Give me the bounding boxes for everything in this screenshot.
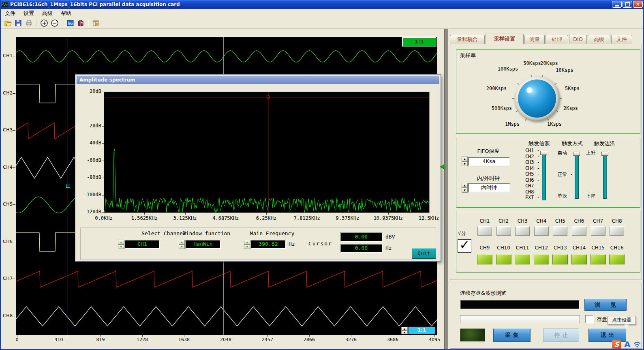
menu-item-2[interactable]: 高级 (38, 9, 57, 18)
tab-文件[interactable]: 文件 (611, 35, 632, 44)
quit-button[interactable]: Quit (412, 248, 436, 259)
close-button[interactable]: ✕ (633, 1, 643, 8)
ime-language-icon[interactable]: A (624, 339, 630, 349)
save-checkbox[interactable] (585, 315, 594, 324)
sample-rate-knob[interactable] (518, 79, 556, 118)
scope-trace-CH7 (16, 271, 437, 288)
fifo-depth-label: FIFO深度 (472, 148, 505, 155)
channel-label-CH1: CH1 (475, 218, 494, 224)
channel-button-CH7[interactable] (591, 226, 605, 236)
channel-button-CH8[interactable] (610, 226, 624, 236)
tab-测量[interactable]: 测量 (524, 35, 545, 44)
window-function-spinner[interactable]: ▲▼ (179, 240, 185, 249)
scope-zoom-value[interactable]: 1:1 (408, 327, 435, 334)
spin-down-icon[interactable]: ▼ (244, 245, 250, 249)
clock-spinner[interactable]: ▲▼ (462, 183, 468, 193)
spin-up-icon[interactable]: ▲ (244, 240, 250, 245)
menu-item-1[interactable]: 设置 (19, 9, 38, 18)
splitter-bar[interactable] (444, 29, 448, 350)
channel-button-CH5[interactable] (553, 226, 567, 236)
run-icon[interactable] (92, 19, 101, 28)
maximize-icon (625, 2, 630, 6)
split-mode-checkbox[interactable]: ✓ (458, 239, 471, 253)
spin-up-icon[interactable]: ▲ (462, 183, 468, 188)
tab-采样设置[interactable]: 采样设置 (486, 34, 524, 44)
channel-button-CH2[interactable] (496, 226, 511, 236)
tab-高级[interactable]: 高级 (588, 35, 610, 44)
channel-button-CH6[interactable] (572, 226, 586, 236)
channel-button-CH3[interactable] (515, 226, 530, 236)
minimize-button[interactable] (612, 1, 622, 8)
select-channel-value[interactable]: CH1 (124, 240, 160, 249)
channel-label-CH7: CH7 (589, 218, 608, 224)
scope-x-tick (59, 335, 59, 337)
export-icon[interactable] (24, 19, 33, 28)
ime-network-icon[interactable] (633, 340, 641, 348)
fifo-depth-value[interactable]: 4Ksa (468, 157, 510, 166)
main-frequency-value[interactable]: 390.62 (250, 240, 286, 249)
window-function-value[interactable]: HanWin (185, 240, 221, 249)
browse-button[interactable]: 浏 览 (584, 299, 627, 311)
scope-zoom-spinner[interactable]: ▲▼ (401, 327, 408, 334)
scope-channel-tick (13, 204, 15, 205)
trigger-source-slider-handle[interactable] (540, 151, 547, 155)
zoom-in-icon[interactable] (40, 19, 49, 28)
fifo-depth-spinner[interactable]: ▲▼ (462, 157, 468, 166)
spin-down-icon[interactable]: ▼ (401, 331, 408, 334)
channel-button-CH16[interactable] (609, 254, 625, 264)
channel-button-CH1[interactable] (477, 226, 492, 236)
trigger-edge-slider-track[interactable] (603, 154, 607, 199)
zoom-out-icon[interactable] (50, 19, 59, 28)
channel-label-CH10: CH10 (494, 245, 513, 251)
open-file-icon[interactable] (3, 19, 12, 28)
spin-down-icon[interactable]: ▼ (118, 245, 124, 249)
title-bar[interactable]: PCI8616:16ch_1Msps_16bits PCI parallel d… (0, 0, 644, 9)
app-window: PCI8616:16ch_1Msps_16bits PCI parallel d… (0, 0, 644, 350)
maximize-button[interactable] (623, 1, 632, 8)
spin-up-icon[interactable]: ▲ (401, 327, 408, 331)
help-book-icon[interactable] (76, 19, 85, 28)
scope-channel-label-CH3: CH3 (3, 127, 13, 133)
spin-up-icon[interactable]: ▲ (118, 240, 124, 245)
spin-down-icon[interactable]: ▼ (462, 161, 468, 166)
channel-button-CH14[interactable] (571, 254, 587, 264)
save-icon[interactable] (14, 19, 23, 28)
spectrum-x-label-4.6875KHz: 4.6875KHz (208, 215, 244, 221)
scope-cursor-handle[interactable] (66, 184, 70, 188)
spectrum-plot-area[interactable] (104, 92, 430, 213)
tab-DIO[interactable]: DIO (569, 35, 587, 44)
channel-button-CH4[interactable] (534, 226, 549, 236)
channel-button-CH10[interactable] (496, 254, 511, 264)
spectrum-y-label--40dB: -40dB (79, 140, 101, 146)
storage-title: 连续存盘&波形浏览 (460, 290, 506, 297)
sogou-icon[interactable]: S (612, 340, 621, 349)
trigger-edge-slider-handle[interactable] (601, 152, 608, 156)
collapse-arrow-icon[interactable]: ◀ (440, 162, 445, 170)
spin-up-icon[interactable]: ▲ (179, 240, 185, 245)
minimize-icon (615, 5, 619, 6)
channel-button-CH13[interactable] (552, 254, 568, 264)
main-frequency-spinner[interactable]: ▲▼ (244, 240, 250, 249)
channel-button-CH12[interactable] (534, 254, 549, 264)
trigger-mode-slider-track[interactable] (575, 154, 579, 199)
menu-item-0[interactable]: 文件 (1, 9, 19, 18)
menu-item-3[interactable]: 帮助 (57, 9, 75, 18)
scope-x-tick (434, 335, 435, 337)
clock-value[interactable]: 内时钟 (468, 183, 510, 192)
trigger-mode-slider-handle[interactable] (573, 152, 580, 156)
channel-button-CH15[interactable] (591, 254, 606, 264)
spin-up-icon[interactable]: ▲ (462, 157, 468, 161)
stop-button[interactable]: 停止 (543, 329, 579, 342)
acquire-button[interactable]: 采集 (493, 329, 531, 342)
spectrum-window-icon[interactable] (66, 19, 75, 28)
select-channel-spinner[interactable]: ▲▼ (118, 240, 124, 249)
file-path-field[interactable] (460, 300, 580, 309)
tab-处理[interactable]: 处理 (546, 35, 568, 44)
spin-down-icon[interactable]: ▼ (462, 188, 468, 193)
tab-量程耦合[interactable]: 量程耦合 (450, 35, 485, 44)
channel-button-CH9[interactable] (477, 254, 492, 264)
dialog-title-bar[interactable]: Amplitude spectrum (77, 76, 439, 84)
channel-button-CH11[interactable] (515, 254, 530, 264)
channel-label-CH6: CH6 (570, 218, 588, 224)
spin-down-icon[interactable]: ▼ (179, 245, 185, 249)
